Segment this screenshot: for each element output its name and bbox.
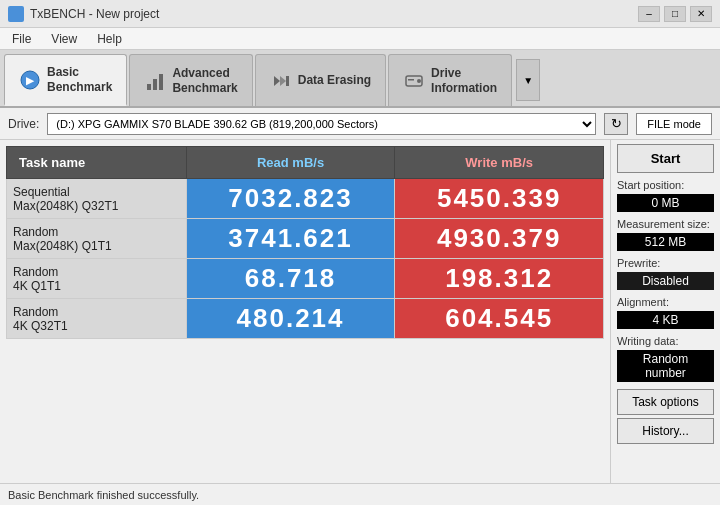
svg-rect-8: [408, 79, 414, 81]
tab-erasing-line1: Data Erasing: [298, 73, 371, 87]
alignment-label: Alignment:: [617, 296, 714, 308]
file-mode-button[interactable]: FILE mode: [636, 113, 712, 135]
tab-advanced-line2: Benchmark: [172, 81, 237, 95]
svg-rect-4: [159, 74, 163, 90]
writing-data-value: Random number: [617, 350, 714, 382]
prewrite-value: Disabled: [617, 272, 714, 290]
history-button[interactable]: History...: [617, 418, 714, 444]
statusbar: Basic Benchmark finished successfully.: [0, 483, 720, 505]
close-button[interactable]: ✕: [690, 6, 712, 22]
refresh-icon: ↻: [611, 116, 622, 131]
tab-drive-line2: Information: [431, 81, 497, 95]
measurement-size-label: Measurement size:: [617, 218, 714, 230]
menu-file[interactable]: File: [8, 30, 35, 48]
alignment-value: 4 KB: [617, 311, 714, 329]
advanced-benchmark-icon: [144, 70, 166, 92]
table-row: Random4K Q1T1 68.718 198.312: [7, 259, 604, 299]
app-title: TxBENCH - New project: [30, 7, 159, 21]
basic-benchmark-icon: ▶: [19, 69, 41, 91]
write-val-1: 5450.339: [395, 179, 604, 219]
task-name-4: Random4K Q32T1: [7, 299, 187, 339]
menu-view[interactable]: View: [47, 30, 81, 48]
write-val-3: 198.312: [395, 259, 604, 299]
start-button[interactable]: Start: [617, 144, 714, 173]
svg-point-7: [417, 79, 421, 83]
read-val-2: 3741.621: [186, 219, 395, 259]
tab-advanced-benchmark[interactable]: Advanced Benchmark: [129, 54, 252, 106]
main-content: Task name Read mB/s Write mB/s Sequentia…: [0, 140, 720, 483]
minimize-button[interactable]: –: [638, 6, 660, 22]
tab-drive-line1: Drive: [431, 66, 497, 80]
right-panel: Start Start position: 0 MB Measurement s…: [610, 140, 720, 483]
write-val-4: 604.545: [395, 299, 604, 339]
data-erasing-icon: [270, 70, 292, 92]
svg-rect-3: [153, 79, 157, 90]
table-row: SequentialMax(2048K) Q32T1 7032.823 5450…: [7, 179, 604, 219]
writing-data-label: Writing data:: [617, 335, 714, 347]
app-icon: [8, 6, 24, 22]
read-val-4: 480.214: [186, 299, 395, 339]
svg-rect-2: [147, 84, 151, 90]
tab-data-erasing[interactable]: Data Erasing: [255, 54, 386, 106]
col-write: Write mB/s: [395, 147, 604, 179]
tab-dropdown-button[interactable]: ▼: [516, 59, 540, 101]
benchmark-table: Task name Read mB/s Write mB/s Sequentia…: [6, 146, 604, 339]
drivebar: Drive: (D:) XPG GAMMIX S70 BLADE 390.62 …: [0, 108, 720, 140]
prewrite-label: Prewrite:: [617, 257, 714, 269]
maximize-button[interactable]: □: [664, 6, 686, 22]
drive-information-icon: [403, 70, 425, 92]
benchmark-area: Task name Read mB/s Write mB/s Sequentia…: [0, 140, 610, 483]
menubar: File View Help: [0, 28, 720, 50]
titlebar: TxBENCH - New project – □ ✕: [0, 0, 720, 28]
task-options-button[interactable]: Task options: [617, 389, 714, 415]
read-val-1: 7032.823: [186, 179, 395, 219]
tab-basic-line1: Basic: [47, 65, 112, 79]
svg-rect-5: [286, 76, 289, 86]
measurement-size-value: 512 MB: [617, 233, 714, 251]
tabbar: ▶ Basic Benchmark Advanced Benchmark Dat…: [0, 50, 720, 108]
task-name-3: Random4K Q1T1: [7, 259, 187, 299]
tab-basic-line2: Benchmark: [47, 80, 112, 94]
col-read: Read mB/s: [186, 147, 395, 179]
task-name-2: RandomMax(2048K) Q1T1: [7, 219, 187, 259]
drive-select[interactable]: (D:) XPG GAMMIX S70 BLADE 390.62 GB (819…: [47, 113, 596, 135]
menu-help[interactable]: Help: [93, 30, 126, 48]
start-position-value: 0 MB: [617, 194, 714, 212]
drive-refresh-button[interactable]: ↻: [604, 113, 628, 135]
svg-text:▶: ▶: [26, 75, 35, 86]
table-row: Random4K Q32T1 480.214 604.545: [7, 299, 604, 339]
table-row: RandomMax(2048K) Q1T1 3741.621 4930.379: [7, 219, 604, 259]
tab-drive-information[interactable]: Drive Information: [388, 54, 512, 106]
write-val-2: 4930.379: [395, 219, 604, 259]
start-position-label: Start position:: [617, 179, 714, 191]
col-task-name: Task name: [7, 147, 187, 179]
drive-label: Drive:: [8, 117, 39, 131]
window-controls: – □ ✕: [638, 6, 712, 22]
tab-advanced-line1: Advanced: [172, 66, 237, 80]
status-text: Basic Benchmark finished successfully.: [8, 489, 199, 501]
chevron-down-icon: ▼: [523, 75, 533, 86]
task-name-1: SequentialMax(2048K) Q32T1: [7, 179, 187, 219]
read-val-3: 68.718: [186, 259, 395, 299]
tab-basic-benchmark[interactable]: ▶ Basic Benchmark: [4, 54, 127, 106]
